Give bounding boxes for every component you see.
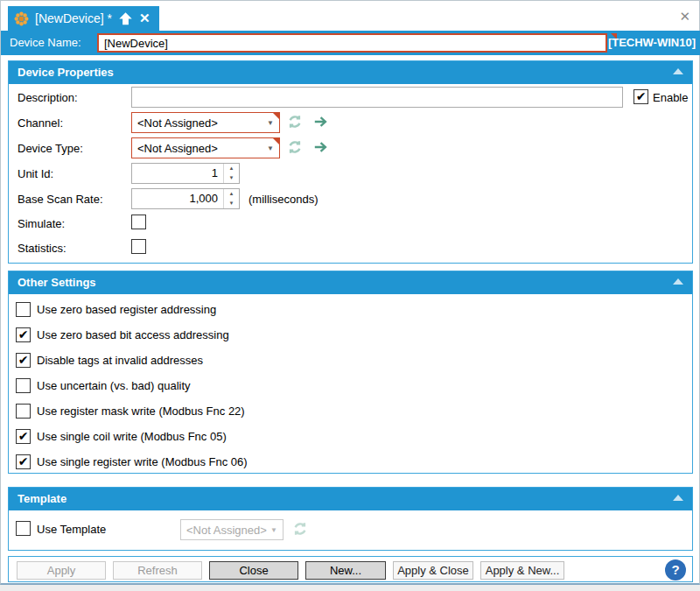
dropdown-caret-icon: ▼ [270,526,277,534]
host-label: [TECHW-WIN10] [608,36,696,49]
option-row: Use uncertain (vs. bad) quality [16,377,191,393]
tab-newdevice[interactable]: [NewDevice] * ✕ [8,6,159,31]
device-name-input[interactable] [97,33,607,53]
footer-bar: Apply Refresh Close New... Apply & Close… [8,556,693,582]
apply-close-button[interactable]: Apply & Close [393,561,473,580]
description-label: Description: [18,91,78,104]
option-checkbox[interactable] [16,404,31,419]
description-input[interactable] [131,87,623,108]
promote-up-icon[interactable] [118,11,133,26]
device-type-select[interactable]: <Not Assigned> ▼ [131,137,280,158]
screen: [NewDevice] * ✕ ✕ Device Name: [TECHW-WI… [0,0,700,591]
apply-new-button[interactable]: Apply & New... [480,561,564,580]
base-scan-rate-value: 1,000 [132,189,223,208]
collapse-icon[interactable] [673,278,683,285]
new-button[interactable]: New... [305,561,386,580]
simulate-label: Simulate: [18,217,65,230]
statistics-label: Statistics: [18,242,66,255]
device-name-bar: Device Name: [TECHW-WIN10] [1,31,700,55]
section-other-settings: Other Settings Use zero based register a… [8,271,693,474]
use-template-label: Use Template [37,523,106,536]
template-value: <Not Assigned> [186,524,267,537]
milliseconds-suffix: (milliseconds) [248,193,318,206]
collapse-icon[interactable] [673,495,683,501]
option-label: Use zero based bit access addressing [37,328,229,341]
channel-label: Channel: [18,116,63,130]
unit-id-stepper[interactable]: 1 ▲ ▼ [131,163,240,184]
help-button[interactable]: ? [665,559,686,580]
option-row: Use register mask write (Modbus Fnc 22) [16,403,245,419]
spin-down-icon[interactable]: ▼ [224,173,239,183]
device-type-goto-icon[interactable] [313,140,331,158]
apply-button[interactable]: Apply [17,561,106,580]
section-device-properties: Device Properties Description: ✔ Enable … [8,60,693,264]
option-label: Use single coil write (Modbus Fnc 05) [37,430,227,443]
option-checkbox[interactable]: ✔ [16,353,31,368]
option-checkbox[interactable] [16,302,31,317]
spin-up-icon[interactable]: ▲ [224,189,239,199]
device-name-label: Device Name: [10,36,81,49]
tab-close-icon[interactable]: ✕ [139,11,150,26]
option-checkbox[interactable] [16,378,31,393]
device-type-value: <Not Assigned> [137,142,263,155]
base-scan-rate-label: Base Scan Rate: [18,193,103,206]
device-gear-icon [14,11,29,26]
refresh-button[interactable]: Refresh [113,561,202,580]
statistics-checkbox[interactable] [131,239,146,254]
option-label: Use uncertain (vs. bad) quality [37,379,191,392]
option-checkbox[interactable]: ✔ [16,327,31,342]
channel-select[interactable]: <Not Assigned> ▼ [131,112,280,133]
option-checkbox[interactable]: ✔ [16,454,31,469]
window-close-icon[interactable]: ✕ [679,9,690,25]
dropdown-caret-icon: ▼ [267,144,274,152]
spin-down-icon[interactable]: ▼ [224,199,239,208]
option-label: Disable tags at invalid addresses [37,354,203,367]
option-row: ✔Disable tags at invalid addresses [16,352,203,368]
option-row: ✔Use single coil write (Modbus Fnc 05) [16,428,227,444]
section-template: Template Use Template <Not Assigned> ▼ [8,487,693,551]
section-header-other-settings: Other Settings [9,271,692,294]
use-template-checkbox[interactable] [16,521,31,536]
channel-refresh-icon[interactable] [287,114,304,131]
option-checkbox[interactable]: ✔ [16,429,31,444]
option-label: Use zero based register addressing [37,303,216,316]
device-type-refresh-icon[interactable] [287,139,304,157]
section-header-device-properties: Device Properties [9,61,692,84]
device-type-label: Device Type: [18,142,83,155]
channel-value: <Not Assigned> [137,116,263,130]
option-label: Use register mask write (Modbus Fnc 22) [37,405,245,418]
tab-title: [NewDevice] * [35,11,112,25]
section-header-template: Template [9,488,692,510]
option-label: Use single register write (Modbus Fnc 06… [37,455,248,468]
enable-checkbox[interactable]: ✔ [634,89,648,104]
section-title: Device Properties [18,66,114,79]
template-refresh-icon [292,521,310,538]
close-button[interactable]: Close [209,561,298,580]
option-row: Use zero based register addressing [16,301,216,317]
simulate-checkbox[interactable] [131,215,146,229]
spin-up-icon[interactable]: ▲ [224,164,239,173]
base-scan-rate-stepper[interactable]: 1,000 ▲ ▼ [131,188,240,209]
unit-id-value: 1 [132,164,223,183]
device-config-window: [NewDevice] * ✕ ✕ Device Name: [TECHW-WI… [0,0,700,585]
section-title: Template [18,492,66,505]
channel-goto-icon[interactable] [313,115,331,132]
enable-label: Enable [653,91,688,104]
validation-corner [273,138,279,144]
collapse-icon[interactable] [673,68,683,74]
option-row: ✔Use single register write (Modbus Fnc 0… [16,454,248,469]
validation-corner [273,113,279,119]
template-select: <Not Assigned> ▼ [180,519,284,540]
option-row: ✔Use zero based bit access addressing [16,327,229,342]
section-title: Other Settings [18,276,96,289]
dropdown-caret-icon: ▼ [267,119,274,127]
unit-id-label: Unit Id: [18,167,53,180]
